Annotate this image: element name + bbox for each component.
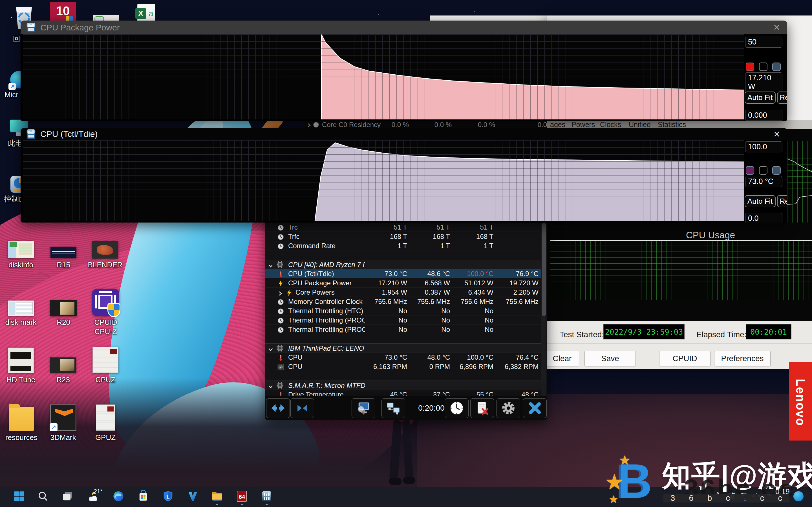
sensor-row[interactable]: Trfc168 T168 T168 T xyxy=(265,232,541,241)
clock-button[interactable] xyxy=(445,398,469,418)
reset-button[interactable]: Reset xyxy=(777,195,787,207)
taskbar-item-cpuz-64[interactable]: 64 xyxy=(233,489,251,504)
test-started-value: 2022/9/3 23:59:03 xyxy=(603,324,684,339)
save-button[interactable]: Save xyxy=(585,351,636,367)
sensor-row[interactable]: Core Powers1.954 W0.387 W6.434 W2.205 W xyxy=(265,288,541,297)
sensor-value: 755.6 MHz xyxy=(453,297,493,306)
series-color-swatches[interactable] xyxy=(746,62,781,71)
collapse-columns-button[interactable] xyxy=(290,398,314,418)
taskbar-item-lenovo-vantage[interactable] xyxy=(184,489,202,504)
desktop-icon-disk-mark[interactable]: disk mark xyxy=(0,300,42,327)
sensor-row[interactable]: CPU6,163 RPM0 RPM6,896 RPM6,382 RPM xyxy=(265,362,541,371)
volume-muted-icon[interactable] xyxy=(752,492,761,500)
desktop-icon-diskinfo[interactable]: diskinfo xyxy=(0,241,42,270)
series-swatch[interactable] xyxy=(759,62,767,71)
sensor-row[interactable]: Trc51 T51 T51 T xyxy=(265,223,541,232)
taskbar-item-lenovo-app[interactable]: L xyxy=(159,489,177,504)
taskbar-item-task-view[interactable] xyxy=(59,489,77,504)
desktop-icon-hd-tune[interactable]: HD Tune xyxy=(0,348,42,385)
sensor-peek-row[interactable]: Core C0 Residency 0.0 % 0.0 % 0.0 % 0.0 xyxy=(305,121,547,128)
series-swatch[interactable] xyxy=(772,62,781,71)
desktop-icon-blender[interactable]: BLENDER xyxy=(84,241,126,270)
expand-columns-button[interactable] xyxy=(266,398,290,418)
notification-badge[interactable] xyxy=(794,491,804,501)
close-x-button[interactable] xyxy=(523,398,547,418)
sensor-row[interactable]: Memory Controller Clock (U...755.6 MHz75… xyxy=(265,297,541,306)
desktop-icon-resources[interactable]: resources xyxy=(0,407,43,442)
series-swatch[interactable] xyxy=(746,62,754,71)
sensor-value: 0 RPM xyxy=(410,362,450,371)
sensor-row[interactable]: Drive Temperature45 °C37 °C55 °C48 °C xyxy=(265,390,541,396)
scrollbar-thumb[interactable] xyxy=(542,223,546,316)
desktop-icon-3dmark[interactable]: 3DMark xyxy=(42,404,84,442)
series-swatch[interactable] xyxy=(746,166,754,175)
sensor-row[interactable]: IBM ThinkPad EC: LENOVO... xyxy=(265,343,541,353)
taskbar-item-file-explorer[interactable] xyxy=(208,489,226,504)
desktop-icon-gpuz[interactable]: GPUZ xyxy=(84,404,126,442)
taskbar[interactable]: ^ 英 0:19 21°L64 xyxy=(0,487,812,507)
sensor-row[interactable]: CPU (Tctl/Tdie)73.0 °C48.6 °C100.0 °C76.… xyxy=(265,269,541,278)
cpuid-button[interactable]: CPUID xyxy=(659,351,711,367)
tray-chevron-icon[interactable]: ^ xyxy=(716,491,719,499)
taskbar-item-search[interactable] xyxy=(34,489,52,504)
reset-button[interactable]: Reset xyxy=(777,92,787,104)
sensor-row[interactable]: Thermal Throttling (PROCH...NoNoNo xyxy=(265,316,541,325)
clock-icon xyxy=(277,317,284,323)
preferences-button[interactable]: Preferences xyxy=(714,351,770,367)
sensor-row[interactable]: CPU [#0]: AMD Ryzen 7 PR... xyxy=(265,260,541,269)
desktop-icon-r23[interactable]: R23 xyxy=(42,357,84,385)
sensor-row[interactable]: Thermal Throttling (PROCH...NoNoNo xyxy=(265,325,541,334)
desktop-icon-cpuid-cpuz[interactable]: CPUID CPU-Z xyxy=(85,289,127,336)
monitor-search-button[interactable] xyxy=(352,398,375,418)
power-plug-icon[interactable] xyxy=(763,492,772,500)
win10-setup-icon[interactable]: 10 xyxy=(50,2,76,21)
series-swatch[interactable] xyxy=(772,166,781,175)
taskbar-item-store[interactable] xyxy=(134,489,152,504)
desktop-icon-cpuz[interactable]: CPUZ xyxy=(84,347,126,385)
expand-icon[interactable] xyxy=(306,122,312,128)
scrollbar[interactable] xyxy=(541,223,546,396)
close-icon[interactable]: × xyxy=(774,128,780,140)
excel-file-icon[interactable] xyxy=(137,4,155,22)
clock-time[interactable]: 0:19 xyxy=(775,487,790,496)
taskbar-item-hwinfo[interactable] xyxy=(258,489,276,504)
taskbar-item-widgets[interactable]: 21° xyxy=(84,489,102,504)
desktop-icon-r15[interactable]: R15 xyxy=(42,247,85,270)
auto-fit-button[interactable]: Auto Fit xyxy=(745,92,776,104)
collapse-icon[interactable] xyxy=(268,345,273,351)
title-bar[interactable]: CPU (Tctl/Tdie) × xyxy=(20,128,787,140)
sensor-row[interactable]: Thermal Throttling (HTC)NoNoNo xyxy=(265,306,541,316)
series-swatch[interactable] xyxy=(759,166,767,175)
sensor-value: 37 °C xyxy=(410,390,450,396)
svg-text:64: 64 xyxy=(239,494,245,500)
sensor-value: 48 °C xyxy=(496,390,539,396)
report-remove-button[interactable] xyxy=(470,398,494,418)
wifi-icon[interactable] xyxy=(740,492,749,500)
title-bar[interactable]: CPU Package Power × xyxy=(20,20,787,34)
sensor-row[interactable]: Command Rate1 T1 T1 T xyxy=(265,241,541,250)
close-icon[interactable]: × xyxy=(774,20,780,34)
sensor-label: CPU [#0]: AMD Ryzen 7 PR... xyxy=(288,260,365,269)
window-title: CPU Package Power xyxy=(40,23,120,33)
series-color-swatches[interactable] xyxy=(746,166,781,175)
sensor-label: Core C0 Residency xyxy=(322,121,380,128)
sensor-row[interactable]: CPU Package Power17.210 W6.568 W51.012 W… xyxy=(265,278,541,288)
remote-monitors-button[interactable] xyxy=(382,398,405,418)
desktop-icon-label: BLENDER xyxy=(84,260,126,270)
collapse-icon[interactable] xyxy=(268,383,273,388)
expand-icon[interactable] xyxy=(277,289,283,295)
sensor-label: Thermal Throttling (PROCH... xyxy=(288,325,365,334)
taskbar-item-start[interactable] xyxy=(10,489,28,504)
clear-button[interactable]: Clear xyxy=(545,351,579,367)
settings-gear-button[interactable] xyxy=(497,398,520,418)
cpu-usage-graph xyxy=(550,240,812,300)
sensor-row[interactable]: S.M.A.R.T.: Micron MTFDKC... xyxy=(265,381,541,390)
ime-indicator[interactable]: 英 xyxy=(728,491,735,501)
sensor-value: 1 T xyxy=(366,241,407,250)
widgets-temperature: 21° xyxy=(94,488,103,495)
desktop-icon-r20[interactable]: R20 xyxy=(42,300,85,327)
taskbar-item-edge[interactable] xyxy=(109,489,128,504)
auto-fit-button[interactable]: Auto Fit xyxy=(745,195,776,207)
collapse-icon[interactable] xyxy=(268,262,273,267)
sensor-row[interactable]: CPU73.0 °C48.0 °C100.0 °C76.4 °C xyxy=(265,353,541,362)
